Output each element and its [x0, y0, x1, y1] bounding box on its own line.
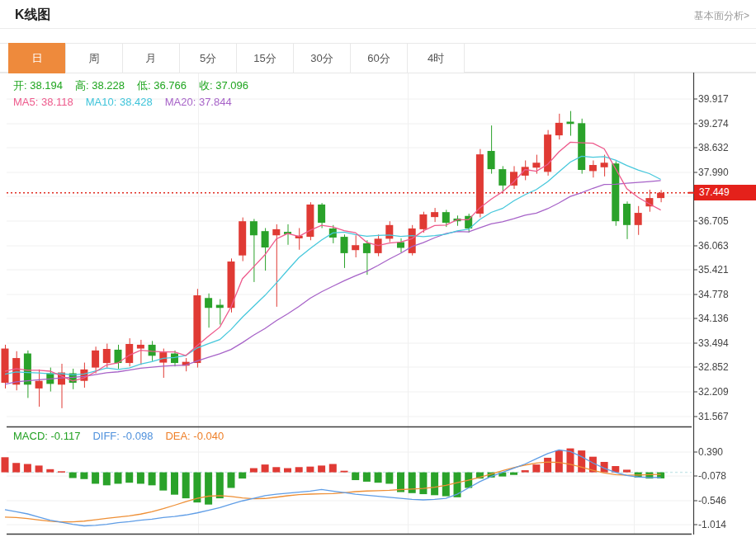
price-tick-label: 39.917: [698, 93, 729, 105]
ohlc-item-3: 收: 37.096: [199, 79, 248, 92]
header-divider: [0, 28, 756, 29]
price-tick-label: 32.852: [698, 361, 729, 373]
ma-item-0: MA5: 38.118: [13, 96, 73, 108]
tab-interval-4[interactable]: 15分: [236, 43, 294, 73]
page-title: K线图: [15, 7, 51, 24]
macd-tick-label: 0.390: [698, 446, 723, 458]
ohlc-legend: 开: 38.194高: 38.228低: 36.766收: 37.096: [13, 78, 261, 93]
macd-item-2: DEA: -0.040: [165, 430, 224, 442]
kline-page: K线图 基本面分析> 日周月5分15分30分60分4时 开: 38.194高: …: [0, 0, 756, 537]
interval-tabs: 日周月5分15分30分60分4时: [8, 43, 465, 73]
price-tick-label: 33.494: [698, 337, 729, 349]
price-tick-label: 37.990: [698, 167, 729, 178]
current-price-tag: 37.449: [694, 185, 756, 200]
ohlc-item-1: 高: 38.228: [75, 79, 125, 92]
price-tick-label: 35.421: [698, 264, 729, 276]
tab-interval-1[interactable]: 周: [65, 43, 123, 73]
ohlc-item-2: 低: 36.766: [137, 79, 187, 92]
tab-interval-7[interactable]: 4时: [407, 43, 465, 73]
tab-interval-3[interactable]: 5分: [179, 43, 237, 73]
price-tick-label: 36.063: [698, 240, 729, 252]
ma-legend: MA5: 38.118MA10: 38.428MA20: 37.844: [13, 96, 244, 108]
macd-legend: MACD: -0.117DIFF: -0.098DEA: -0.040: [13, 430, 236, 442]
price-tick-label: 38.632: [698, 142, 729, 153]
price-tick-label: 34.136: [698, 313, 729, 324]
ma-item-1: MA10: 38.428: [86, 96, 153, 108]
tab-interval-2[interactable]: 月: [122, 43, 180, 73]
tab-interval-0[interactable]: 日: [8, 43, 66, 73]
macd-item-1: DIFF: -0.098: [92, 430, 153, 442]
macd-item-0: MACD: -0.117: [13, 430, 80, 442]
price-tick-label: 32.209: [698, 386, 729, 398]
ohlc-item-0: 开: 38.194: [13, 79, 63, 92]
ma-item-2: MA20: 37.844: [165, 96, 232, 108]
price-tick-label: 36.705: [698, 215, 729, 227]
price-tick-label: 31.567: [698, 411, 729, 422]
macd-tick-label: -0.546: [698, 495, 726, 506]
price-tick-label: 34.778: [698, 289, 729, 300]
macd-tick-label: -1.014: [698, 519, 726, 530]
fundamental-analysis-link[interactable]: 基本面分析>: [694, 9, 749, 23]
interval-tabbar: 日周月5分15分30分60分4时: [0, 43, 756, 73]
tab-interval-6[interactable]: 60分: [350, 43, 408, 73]
macd-tick-label: -0.078: [698, 470, 726, 482]
tab-interval-5[interactable]: 30分: [293, 43, 351, 73]
price-tick-label: 39.274: [698, 118, 729, 130]
